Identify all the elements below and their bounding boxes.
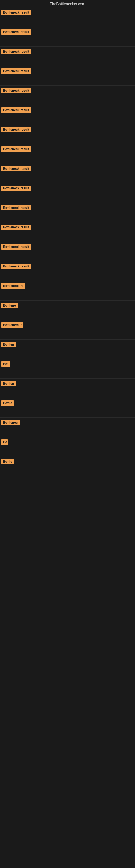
bottleneck-badge[interactable]: Bottleneck result	[1, 166, 31, 172]
result-row: Bottleneck result	[0, 125, 135, 144]
result-row: Bottleneck result	[0, 27, 135, 46]
result-row: Bottlen	[0, 379, 135, 398]
bottleneck-badge[interactable]: Bo	[1, 439, 8, 445]
bottleneck-badge[interactable]: Bottleneck result	[1, 49, 31, 54]
result-row: Bottleneck result	[0, 242, 135, 261]
bottleneck-badge[interactable]: Bottlen	[1, 381, 16, 386]
result-row: Bottleneck re	[0, 281, 135, 301]
site-title-text: TheBottlenecker.com	[50, 2, 85, 6]
result-row: Bottleneck r	[0, 320, 135, 340]
result-row: Bottleneck result	[0, 183, 135, 203]
bottleneck-badge[interactable]: Bottleneck r	[1, 322, 24, 328]
bottleneck-badge[interactable]: Bottleneck result	[1, 147, 31, 152]
bottleneck-badge[interactable]: Bottlenec	[1, 420, 20, 425]
bottleneck-badge[interactable]: Bottleneck result	[1, 10, 31, 15]
result-row: Bottleneck result	[0, 261, 135, 281]
result-row: Bottleneck result	[0, 203, 135, 222]
bottleneck-badge[interactable]: Bottleneck result	[1, 244, 31, 250]
bottleneck-badge[interactable]: Bottleneck result	[1, 127, 31, 132]
bottleneck-badge[interactable]: Bottleneck result	[1, 186, 31, 191]
result-row: Bottleneck result	[0, 46, 135, 66]
bottleneck-badge[interactable]: Bottleneck result	[1, 205, 31, 211]
bottleneck-badge[interactable]: Bottle	[1, 400, 14, 406]
result-row: Bottleneck result	[0, 164, 135, 183]
result-row: Bottleneck result	[0, 86, 135, 105]
bottleneck-badge[interactable]: Bot	[1, 361, 10, 367]
result-row: Bottleneck result	[0, 144, 135, 164]
bottleneck-badge[interactable]: Bottleneck result	[1, 225, 31, 230]
result-row: Bottleneck result	[0, 105, 135, 125]
result-row: Bo	[0, 437, 135, 457]
result-row: Bottleneck result	[0, 66, 135, 86]
result-row: Bottleneck result	[0, 222, 135, 242]
bottleneck-badge[interactable]: Bottle	[1, 459, 14, 464]
bottleneck-badge[interactable]: Bottleneck result	[1, 68, 31, 74]
result-row: Bottlen	[0, 340, 135, 359]
result-row: Bottle	[0, 398, 135, 418]
bottleneck-badge[interactable]: Bottlene	[1, 303, 18, 308]
bottleneck-badge[interactable]: Bottlen	[1, 342, 16, 347]
results-container: Bottleneck resultBottleneck resultBottle…	[0, 8, 135, 476]
result-row: Bottle	[0, 457, 135, 476]
result-row: Bottlene	[0, 301, 135, 320]
result-row: Bottleneck result	[0, 8, 135, 27]
bottleneck-badge[interactable]: Bottleneck re	[1, 283, 26, 289]
bottleneck-badge[interactable]: Bottleneck result	[1, 107, 31, 113]
site-title: TheBottlenecker.com	[0, 0, 135, 8]
result-row: Bottlenec	[0, 418, 135, 437]
bottleneck-badge[interactable]: Bottleneck result	[1, 88, 31, 93]
bottleneck-badge[interactable]: Bottleneck result	[1, 264, 31, 269]
result-row: Bot	[0, 359, 135, 379]
bottleneck-badge[interactable]: Bottleneck result	[1, 29, 31, 35]
